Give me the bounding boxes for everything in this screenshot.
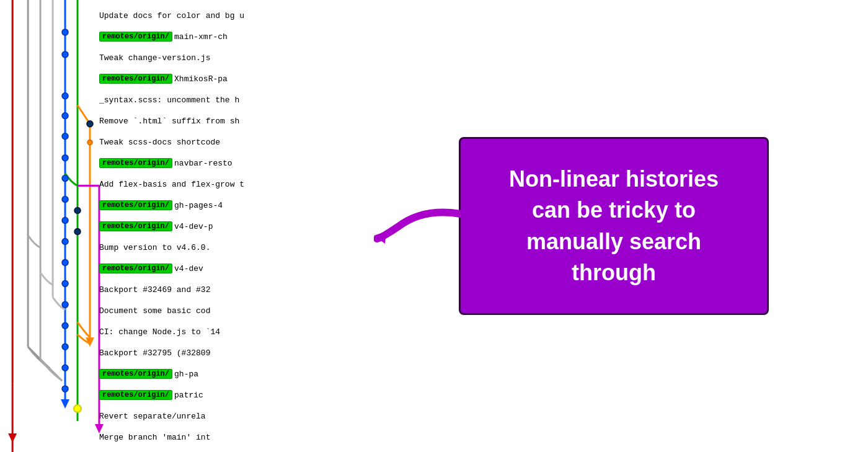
- right-panel: Non-linear histories can be tricky to ma…: [360, 0, 868, 452]
- commit-row: remotes/origin/navbar-resto: [99, 153, 360, 174]
- svg-point-36: [87, 140, 92, 145]
- commit-row: remotes/origin/gh-pages-4: [99, 195, 360, 216]
- commit-row: remotes/origin/XhmikosR-pa: [99, 68, 360, 89]
- svg-point-23: [62, 197, 68, 203]
- svg-point-22: [62, 175, 68, 182]
- commit-row: Document some basic cod: [99, 300, 360, 321]
- svg-point-31: [62, 365, 68, 371]
- svg-point-33: [74, 208, 81, 214]
- svg-point-17: [62, 51, 68, 58]
- commit-row: remotes/origin/main-xmr-ch: [99, 26, 360, 47]
- info-box: Non-linear histories can be tricky to ma…: [459, 137, 769, 316]
- svg-point-16: [62, 29, 68, 35]
- commit-row: Remove `.html` suffix from sh: [99, 110, 360, 131]
- commit-row: Tweak scss-docs shortcode: [99, 131, 360, 153]
- commit-row: Bump version to v4.6.0.: [99, 237, 360, 258]
- commit-row: remotes/origin/v4-dev: [99, 258, 360, 279]
- svg-point-18: [62, 93, 68, 99]
- commit-row: Revert separate/unrela: [99, 405, 360, 427]
- commit-row: remotes/origin/gh-pa: [99, 363, 360, 384]
- commit-list: Update docs for color and bg u remotes/o…: [99, 0, 360, 452]
- svg-point-34: [74, 228, 81, 234]
- commit-row: Merge branch 'main' int: [99, 427, 360, 448]
- svg-point-24: [62, 218, 68, 224]
- svg-point-32: [62, 386, 68, 392]
- svg-point-20: [62, 133, 68, 140]
- arrow-container: [374, 202, 461, 251]
- svg-point-25: [62, 238, 68, 244]
- left-panel: Update docs for color and bg u remotes/o…: [0, 0, 360, 452]
- commit-row: remotes/origin/patric: [99, 384, 360, 405]
- svg-point-19: [62, 113, 68, 119]
- commit-row: Merge branch 'main': [99, 448, 360, 452]
- svg-point-35: [87, 121, 93, 127]
- svg-marker-2: [8, 433, 17, 443]
- commit-row: Backport #32795 (#32809: [99, 342, 360, 363]
- svg-point-26: [62, 259, 68, 265]
- svg-point-30: [62, 343, 68, 350]
- svg-point-29: [62, 322, 68, 329]
- svg-point-37: [74, 405, 81, 412]
- commit-row: remotes/origin/v4-dev-p: [99, 216, 360, 237]
- svg-point-28: [62, 301, 68, 308]
- commit-row: CI: change Node.js to `14: [99, 321, 360, 342]
- svg-point-27: [62, 280, 68, 286]
- commit-row: Tweak change-version.js: [99, 47, 360, 68]
- commit-row: _syntax.scss: uncomment the h: [99, 89, 360, 110]
- commit-row: Backport #32469 and #32: [99, 279, 360, 300]
- info-box-text: Non-linear histories can be tricky to ma…: [492, 164, 736, 289]
- arrow-icon: [374, 202, 461, 251]
- commit-row: Add flex-basis and flex-grow t: [99, 174, 360, 195]
- svg-point-21: [62, 155, 68, 161]
- svg-marker-10: [61, 399, 69, 409]
- commit-row: Update docs for color and bg u: [99, 5, 360, 26]
